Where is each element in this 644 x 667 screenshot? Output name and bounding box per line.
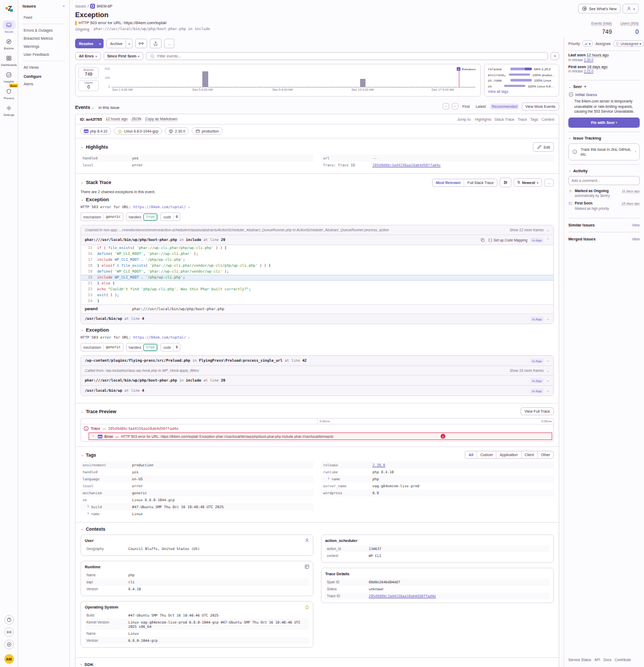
view-toggle-full-stack-trace[interactable]: Full Stack Trace [464,179,497,186]
footer-link-api[interactable]: API [595,658,601,662]
seer-title[interactable]: ⌄Seer ✦ [568,84,640,89]
breadcrumb-issues-link[interactable]: Issues [75,4,86,8]
collapsed-section-sdk[interactable]: ›SDK [76,657,559,667]
jump-to-highlights[interactable]: Highlights [475,118,492,121]
fix-with-seer-button[interactable]: Fix with Seer › [568,118,640,128]
exception-pill-code[interactable]: code0 [160,343,180,351]
sidebar-item-all-views[interactable]: All Views [23,63,65,71]
tag-row[interactable]: wordpress6.9 [321,489,554,496]
broadcast-button[interactable] [4,627,14,637]
expand-panel-button[interactable]: » [551,52,559,60]
exception-pill-handled[interactable]: handledtrue [126,343,158,351]
rail-item-dashboards[interactable]: Dashboards [1,52,17,69]
stat-label[interactable]: Users (90d) [620,21,639,26]
tag-row[interactable]: languageen-US [80,475,313,482]
view-more-events-button[interactable]: View More Events [522,102,559,111]
event-json-link[interactable]: JSON [131,117,142,121]
sidebar-item-breached-metrics[interactable]: Breached Metrics [23,34,65,42]
stack-frame[interactable]: /wp-content/plugins/flying-press/src/Pre… [81,356,553,365]
exception-pill-handled[interactable]: handledtrue [126,212,158,221]
show-more-frames-link[interactable]: Show 16 more frames [510,369,544,372]
edit-highlights-button[interactable]: Edit [533,142,554,152]
jump-to-tags[interactable]: Tags [530,118,538,121]
contexts-title[interactable]: ⌄Contexts [80,526,105,532]
chart-summary-users[interactable]: Users0 [78,80,99,91]
collapsed-frame[interactable]: Called from: /wp-includes/class-wp-hook.… [81,365,553,375]
add-button[interactable] [4,640,14,649]
archive-dropdown-button[interactable]: ▾ [126,39,133,48]
facet-row-os[interactable]: os100% Linux 6.8.0-1044-g... [488,84,555,88]
footer-link-docs[interactable]: Docs [603,658,611,662]
event-pill[interactable]: Linux 6.8.0-1044-gcp [114,127,162,135]
highlight-value[interactable]: 205d9d8bc3ad4156aa18ab4d50ffad4e [372,163,552,167]
exception-pill-code[interactable]: code0 [160,212,180,221]
rail-item-prevent[interactable]: BetaPrevent [1,85,17,102]
exception-pill-mechanism[interactable]: mechanismgeneric [80,343,123,351]
event-pill[interactable]: phpphp 8.4.10 [80,127,111,135]
archive-button[interactable]: Archive [106,39,126,48]
exception-message-link[interactable]: https://84em.com/toptal/ [133,335,186,340]
tag-row[interactable]: runtimephp 8.4.10 [321,468,554,475]
collapsed-frame[interactable]: Crashed in non-app: ...r/vendor/woocomme… [81,225,553,234]
tags-filter-application[interactable]: Application [496,451,521,458]
stat-label[interactable]: Events (total) [591,21,612,26]
stack-frame[interactable]: /usr/local/bin/wp at line 4In App⌄ [81,385,553,395]
event-nav-latest[interactable]: Latest [474,104,487,109]
event-pill[interactable]: production [192,127,223,135]
sidebar-item-feed[interactable]: Feed [23,13,65,21]
tag-row[interactable]: server_nameeag-g84emcom-live-prod [321,482,554,489]
highlight-row[interactable]: levelerror [80,162,313,168]
jump-to-context[interactable]: Context [541,118,554,121]
event-bar-chart[interactable]: 0300600Dec 1 6:00 AMDec 5 6:00 AMDec 9 6… [112,69,475,87]
footer-link-service-status[interactable]: Service Status [568,658,591,662]
rail-item-insights[interactable]: Insights [1,69,17,85]
resolve-dropdown-button[interactable]: ▾ [97,39,104,48]
date-filter-button[interactable]: Since First Seen▾ [104,52,143,60]
tag-row[interactable]: levelerror [80,482,313,489]
stack-frame[interactable]: phar:///usr/local/bin/wp/php/boot-phar.p… [81,234,553,245]
tags-filter-custom[interactable]: Custom [477,451,496,458]
trace-preview-title[interactable]: ⌄Trace Preview [80,409,116,414]
release-link[interactable]: 2.30.0 [584,58,594,62]
tag-row[interactable]: └ namephp [321,475,554,482]
view-toggle-most-relevant[interactable]: Most Relevant [433,179,464,186]
more-actions-button[interactable]: … [164,39,174,48]
issue-tracking-card[interactable]: Track this issue in Jira, GitHub, etc. › [568,143,640,160]
tag-row[interactable]: environmentproduction [80,461,313,468]
sidebar-collapse-icon[interactable]: « [63,4,65,9]
chart-summary-events[interactable]: Events749 [78,67,99,78]
activity-time[interactable]: 18 days ago [621,201,640,206]
resolve-button[interactable]: Resolve [75,39,97,48]
highlights-title[interactable]: ⌄Highlights [80,144,108,150]
tag-row[interactable]: release2.30.0 [321,461,554,468]
tag-row[interactable]: handledyes [80,468,313,475]
context-value[interactable]: 205d9d8bc3ad4156aa18ab4d50ffad4e [369,594,548,598]
whats-new-button[interactable]: See What's New [578,4,620,13]
event-age-link[interactable]: 12 hours ago [106,117,128,121]
share-button[interactable] [150,39,162,48]
rail-item-explore[interactable]: Explore [1,35,17,52]
highlight-row[interactable]: Trace: Trace ID205d9d8bc3ad4156aa18ab4d5… [321,162,554,168]
panel-row-action[interactable]: View [632,237,640,241]
help-button[interactable] [4,615,14,625]
tags-filter-other[interactable]: Other [537,451,553,458]
facet-row-release[interactable]: release68% 2.25.0 [488,67,555,71]
sort-newest-button[interactable]: ⇅ Newest▾ [514,178,542,187]
exception-pill-mechanism[interactable]: mechanismgeneric [80,212,123,221]
prev-event-button[interactable]: ‹ [443,103,449,109]
env-filter-button[interactable]: All Envs▾ [75,52,101,60]
next-event-button[interactable]: › [452,103,458,109]
stack-frame[interactable]: phar:///usr/local/bin/wp/php/boot-phar.p… [81,375,553,385]
tag-row[interactable]: └ nameLinux [80,510,313,517]
release-link[interactable]: 2.22.0 [584,69,594,73]
highlight-row[interactable]: url-- [321,155,554,162]
tags-filter-all[interactable]: All [465,451,477,458]
facet-row-os.name[interactable]: os.name100% Linux [488,78,555,82]
sidebar-item-errors-outages[interactable]: Errors & Outages [23,26,65,34]
tags-filter-client[interactable]: Client [521,451,537,458]
exception-title[interactable]: ⌄Exception [80,197,554,202]
seen-time[interactable]: 18 days ago [587,65,608,69]
sidebar-item-alerts[interactable]: Alerts [23,80,65,88]
stack-trace-title[interactable]: ⌄Stack Trace [80,180,111,185]
comment-input[interactable] [568,176,640,185]
